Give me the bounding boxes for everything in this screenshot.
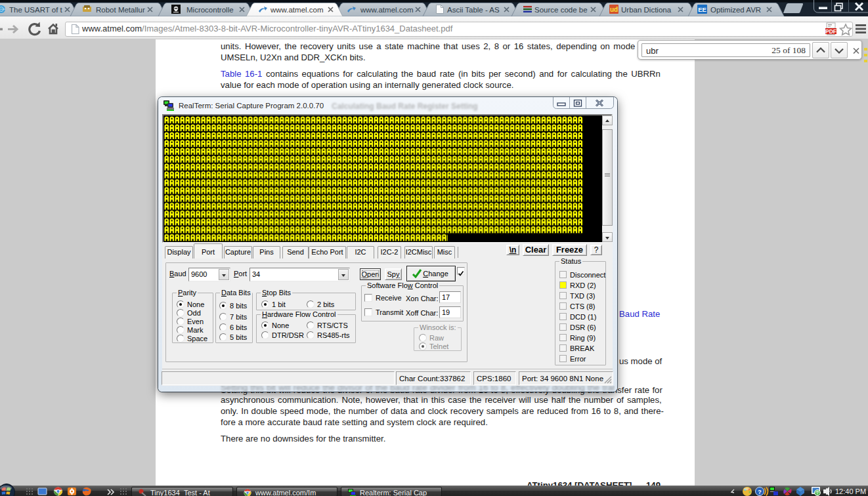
- svg-text:The USART of t: The USART of t: [9, 6, 63, 14]
- svg-text:Source code be: Source code be: [534, 6, 588, 14]
- svg-text:12:40 PM: 12:40 PM: [835, 487, 866, 495]
- svg-text:Ascii Table - AS: Ascii Table - AS: [447, 6, 500, 14]
- svg-text:ud: ud: [610, 6, 618, 13]
- svg-text:?: ?: [758, 489, 762, 495]
- svg-text:Urban Dictiona: Urban Dictiona: [621, 6, 672, 14]
- svg-text:EE: EE: [698, 6, 706, 13]
- svg-text:www.atmel.com: www.atmel.com: [270, 6, 324, 14]
- svg-text:www.atmel.com: www.atmel.com: [360, 6, 414, 14]
- svg-text:Robot Metallur: Robot Metallur: [96, 6, 145, 14]
- svg-text:PDF: PDF: [825, 28, 836, 35]
- svg-text:Optimized AVR: Optimized AVR: [710, 6, 761, 14]
- svg-text:Microcontrolle: Microcontrolle: [186, 6, 234, 14]
